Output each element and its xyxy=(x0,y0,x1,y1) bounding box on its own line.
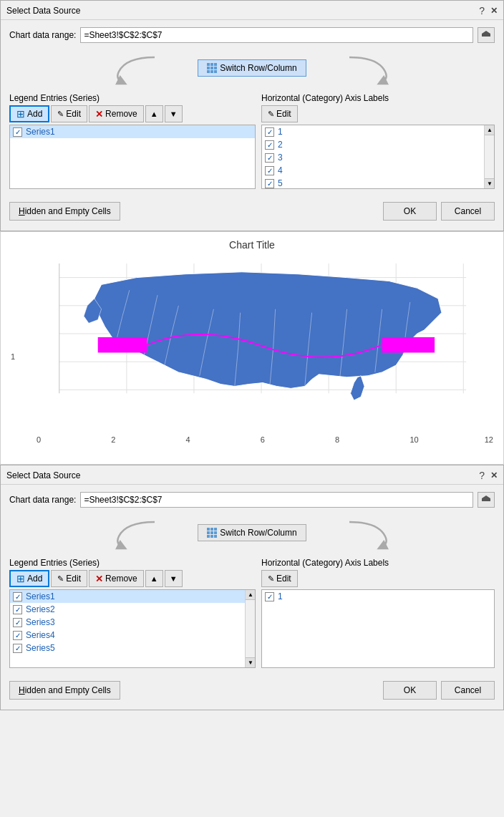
legend-item-series5-2[interactable]: ✓ Series5 xyxy=(10,642,245,654)
axis-chk-3-1[interactable]: ✓ xyxy=(265,153,274,163)
chart-inner: 1 xyxy=(8,256,496,457)
hidden-empty-label-2: Hidden and Empty Cells xyxy=(19,685,111,695)
chart-plot-area xyxy=(37,256,489,432)
axis-col-2: Horizontal (Category) Axis Labels ✎ Edit… xyxy=(261,558,495,668)
axis-item-4-1: ✓ 4 xyxy=(262,164,483,177)
legend-item-series2-2[interactable]: ✓ Series2 xyxy=(10,603,245,616)
legend-scrollbar-down-2[interactable]: ▼ xyxy=(246,657,256,667)
dialog-body-2: Chart data range: Switch Row/Column xyxy=(1,485,503,710)
axis-edit-label-1: Edit xyxy=(276,109,291,119)
axis-item-2-1: ✓ 2 xyxy=(262,138,483,151)
axis-chk-4-1[interactable]: ✓ xyxy=(265,166,274,175)
edit-icon-1: ✎ xyxy=(57,110,64,119)
down-btn-2[interactable]: ▼ xyxy=(165,570,183,587)
down-btn-1[interactable]: ▼ xyxy=(165,105,183,122)
two-col-2: Legend Entries (Series) ⊞ Add ✎ Edit ✕ R… xyxy=(9,558,495,668)
axis-chk-1-1[interactable]: ✓ xyxy=(265,127,274,137)
legend-item-series1-1[interactable]: ✓ Series1 xyxy=(10,125,255,138)
scrollbar-down-1[interactable]: ▼ xyxy=(485,178,495,188)
axis-chk-5-1[interactable]: ✓ xyxy=(265,179,274,188)
dialog-select-data-source-2: Select Data Source ? ✕ Chart data range: xyxy=(0,465,504,710)
x-label-8: 8 xyxy=(335,435,339,444)
axis-chk-1-2[interactable]: ✓ xyxy=(265,592,274,601)
footer-row-2: Hidden and Empty Cells OK Cancel xyxy=(9,675,495,702)
axis-toolbar-1: ✎ Edit xyxy=(261,105,495,122)
checkbox-series2-2[interactable]: ✓ xyxy=(13,605,22,614)
remove-icon-2: ✕ xyxy=(95,574,103,584)
add-btn-1[interactable]: ⊞ Add xyxy=(9,105,49,122)
x-label-10: 10 xyxy=(410,435,418,444)
series2-label-2: Series2 xyxy=(26,604,55,614)
legend-scrollbar-up-2[interactable]: ▲ xyxy=(246,590,256,600)
data-range-input-1[interactable] xyxy=(80,27,473,43)
checkbox-series1-1[interactable]: ✓ xyxy=(13,127,22,137)
x-label-0: 0 xyxy=(37,435,41,444)
add-btn-2[interactable]: ⊞ Add xyxy=(9,570,49,587)
checkbox-series5-2[interactable]: ✓ xyxy=(13,644,22,653)
up-btn-2[interactable]: ▲ xyxy=(145,570,163,587)
curved-arrow-right-2 xyxy=(306,515,435,551)
switch-row-col-btn-2[interactable]: Switch Row/Column xyxy=(198,524,306,541)
remove-btn-2[interactable]: ✕ Remove xyxy=(89,570,144,587)
edit-btn-1[interactable]: ✎ Edit xyxy=(51,105,87,122)
close-icon-2[interactable]: ✕ xyxy=(490,470,498,480)
hidden-empty-btn-1[interactable]: Hidden and Empty Cells xyxy=(9,202,120,221)
legend-col-2: Legend Entries (Series) ⊞ Add ✎ Edit ✕ R… xyxy=(9,558,256,668)
legend-item-series3-2[interactable]: ✓ Series3 xyxy=(10,616,245,629)
axis-edit-btn-1[interactable]: ✎ Edit xyxy=(261,105,298,122)
axis-edit-btn-2[interactable]: ✎ Edit xyxy=(261,570,298,587)
up-btn-1[interactable]: ▲ xyxy=(145,105,163,122)
add-icon-1: ⊞ xyxy=(16,108,25,120)
legend-item-series1-2[interactable]: ✓ Series1 xyxy=(10,590,245,603)
scrollbar-up-1[interactable]: ▲ xyxy=(485,125,495,135)
cancel-btn-2[interactable]: Cancel xyxy=(441,681,495,700)
svg-rect-15 xyxy=(382,337,435,353)
axis-list-1: ✓ 1 ✓ 2 ✓ 3 ✓ 4 xyxy=(261,125,495,189)
svg-rect-16 xyxy=(482,498,490,501)
titlebar-controls-2: ? ✕ xyxy=(479,470,498,481)
ok-btn-2[interactable]: OK xyxy=(383,681,437,700)
help-icon-2[interactable]: ? xyxy=(479,470,485,481)
legend-col-1: Legend Entries (Series) ⊞ Add ✎ Edit ✕ R… xyxy=(9,93,256,189)
axis-val-4-1: 4 xyxy=(278,165,283,175)
checkbox-series1-2[interactable]: ✓ xyxy=(13,592,22,601)
curved-arrow-right-1 xyxy=(306,50,435,86)
edit-label-1: Edit xyxy=(66,109,81,119)
checkbox-series4-2[interactable]: ✓ xyxy=(13,631,22,640)
legend-item-series4-2[interactable]: ✓ Series4 xyxy=(10,629,245,642)
edit-btn-2[interactable]: ✎ Edit xyxy=(51,570,87,587)
ok-btn-1[interactable]: OK xyxy=(383,202,437,221)
data-range-input-2[interactable] xyxy=(80,492,473,508)
curved-arrow-left-2 xyxy=(69,515,198,551)
series4-label-2: Series4 xyxy=(26,630,55,640)
legend-scrollbar-2: ▲ ▼ xyxy=(245,590,255,667)
axis-item-3-1: ✓ 3 xyxy=(262,151,483,164)
cancel-btn-1[interactable]: Cancel xyxy=(441,202,495,221)
axis-chk-2-1[interactable]: ✓ xyxy=(265,140,274,150)
series1-label-1: Series1 xyxy=(26,127,55,137)
svg-marker-17 xyxy=(482,495,490,498)
data-range-row-2: Chart data range: xyxy=(9,492,495,508)
x-label-6: 6 xyxy=(261,435,265,444)
checkbox-series3-2[interactable]: ✓ xyxy=(13,618,22,627)
hidden-empty-btn-2[interactable]: Hidden and Empty Cells xyxy=(9,681,120,700)
axis-item-5-1: ✓ 5 xyxy=(262,177,483,189)
ok-cancel-area-2: OK Cancel xyxy=(383,681,495,700)
remove-btn-1[interactable]: ✕ Remove xyxy=(89,105,144,122)
data-range-label-1: Chart data range: xyxy=(9,30,76,40)
dialog-select-data-source-1: Select Data Source ? ✕ Chart data range: xyxy=(0,0,504,231)
axis-val-1-2: 1 xyxy=(278,591,283,601)
axis-label-title-1: Horizontal (Category) Axis Labels xyxy=(261,93,495,103)
data-range-collapse-btn-2[interactable] xyxy=(478,492,495,508)
edit-icon-2: ✎ xyxy=(57,574,64,584)
data-range-collapse-btn-1[interactable] xyxy=(478,27,495,43)
legend-list-2: ✓ Series1 ✓ Series2 ✓ Series3 ✓ Series4 xyxy=(9,589,256,668)
axis-item-1-2: ✓ 1 xyxy=(262,590,494,603)
chart-area: Chart Title 1 xyxy=(0,231,504,465)
legend-label-1: Legend Entries (Series) xyxy=(9,93,256,103)
switch-row-col-btn-1[interactable]: Switch Row/Column xyxy=(198,59,306,77)
help-icon-1[interactable]: ? xyxy=(479,5,485,16)
axis-list-2: ✓ 1 xyxy=(261,589,495,668)
close-icon-1[interactable]: ✕ xyxy=(490,6,498,16)
axis-item-1-1: ✓ 1 xyxy=(262,125,483,138)
